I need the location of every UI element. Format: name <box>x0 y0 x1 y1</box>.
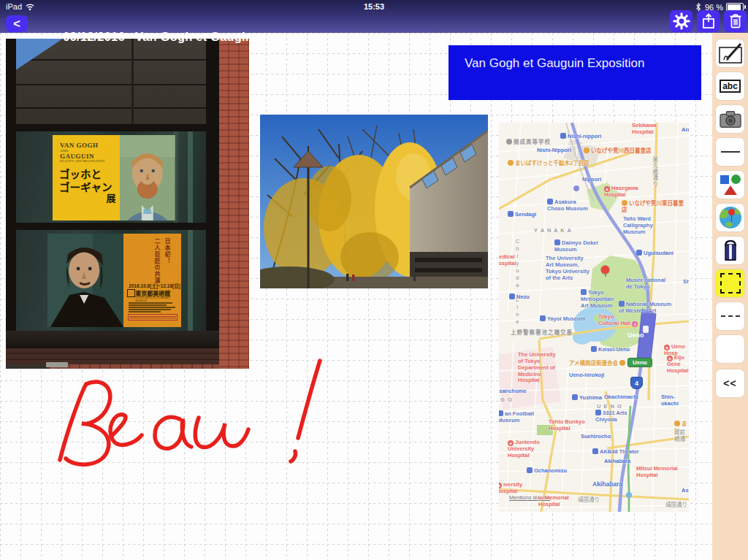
shapes-icon <box>720 174 741 195</box>
rail-map-icon <box>636 250 642 256</box>
poster-van-gogh: VAN GOGH AND GAUGUIN REALITY AND IMAGINA… <box>53 135 175 220</box>
map-label: Taito Ward Calligraphy Museum <box>623 216 653 236</box>
map-label: まいばすけっと千駄木3丁目店 <box>508 160 589 167</box>
mus-map-icon <box>595 410 601 415</box>
pen-icon <box>718 42 743 64</box>
map-label: Yushima <box>572 394 602 402</box>
photo-ginkgo-trees[interactable] <box>260 115 488 288</box>
delete-button[interactable] <box>724 10 747 32</box>
shop-map-icon <box>622 200 627 206</box>
map-label: 3331 Arts Chiyoda <box>595 410 627 423</box>
poster-gauguin: 日本初！ 二人巨匠の共演 2016.10.8[土]~12.18[日] 東京都美術… <box>47 234 181 327</box>
text-tool-button[interactable]: abc <box>715 72 745 101</box>
map-labels-layer: Nishi-nipporiSekikawa HospitalAra開成高等学校N… <box>499 123 689 512</box>
blank-tool-button[interactable] <box>715 334 745 364</box>
collapse-icon: << <box>723 377 736 389</box>
map-label: いなげや荒川東日暮里店 <box>622 200 689 214</box>
map-label: Ueno <box>627 331 644 340</box>
note-canvas[interactable]: Van Gogh et Gauguin Exposition VAN GOGH <box>0 33 712 560</box>
selection-rect-icon <box>720 273 741 294</box>
shapes-tool-button[interactable] <box>715 170 745 199</box>
rail-map-icon <box>527 467 533 473</box>
map-label: AKB48 Theater <box>592 448 639 456</box>
map-label: io Memorial Hospital <box>538 495 569 508</box>
line-tool-button[interactable] <box>715 137 745 166</box>
back-button[interactable]: < <box>6 15 28 32</box>
rail-map-icon <box>572 394 578 400</box>
map-label: Nishi-nippori <box>560 133 601 140</box>
map-label: As <box>682 488 689 494</box>
share-button[interactable] <box>697 10 720 32</box>
dashed-line-icon <box>721 315 740 317</box>
poster2-dates: 2016.10.8[土]~12.18[日] <box>129 282 180 289</box>
back-chevron-icon: < <box>13 17 20 31</box>
map-label: +Juntendo University Hospital <box>508 440 540 459</box>
mus-map-icon <box>540 315 546 321</box>
rail-map-icon <box>560 133 566 139</box>
settings-button[interactable] <box>670 10 692 32</box>
pen-tool-button[interactable] <box>715 39 745 68</box>
map-label: アメ横商店街連合会 <box>569 360 627 367</box>
map-label: Shi <box>683 279 689 285</box>
map-label: いなげや荒川西日暮里店 <box>584 147 652 155</box>
line-icon <box>721 151 740 153</box>
nav-bar: < 09/12/2016Van Gogh et Gaugin <box>0 13 748 33</box>
shop-map-icon <box>584 147 589 153</box>
map-label: Tohto Bunkyo Hospital <box>549 419 585 432</box>
map-label: The University Art Museum, Tokyo Univers… <box>546 256 589 281</box>
map-ueno[interactable]: Nishi-nipporiSekikawa HospitalAra開成高等学校N… <box>499 123 689 512</box>
route-4-shield: 4 <box>630 377 643 389</box>
map-label: National Museum of Western Art <box>619 301 671 315</box>
map-label: Okachimachi <box>604 394 638 401</box>
map-label: Shin-okachi <box>661 394 689 407</box>
map-label: +Eiju Gene Hospital <box>667 355 689 375</box>
gear-icon <box>673 12 690 30</box>
poster-title-en: VAN GOGH <box>60 142 120 149</box>
camera-tool-button[interactable] <box>715 104 745 134</box>
header: iPad 15:53 96 % < 09/12/2016V <box>0 0 748 33</box>
photo-exhibition-posters[interactable]: VAN GOGH AND GAUGUIN REALITY AND IMAGINA… <box>6 39 249 369</box>
rail-map-icon <box>591 346 597 352</box>
eraser-icon <box>720 239 741 262</box>
map-label: +Hasegawa Hospital <box>604 185 638 199</box>
map-label: Yayoi Museum <box>540 315 585 323</box>
dashed-line-tool-button[interactable] <box>715 302 745 331</box>
map-label: Nezu <box>509 294 530 301</box>
map-label: Suehirocho <box>581 434 611 440</box>
map-label: Y A N A K A <box>534 228 572 234</box>
brick-wall <box>219 39 249 369</box>
collapse-sidebar-button[interactable]: << <box>715 369 745 398</box>
map-label: Akihabara <box>604 459 630 465</box>
mus-map-icon <box>619 301 625 307</box>
map-label: Musée national de Tokyo <box>626 277 665 291</box>
mus-map-icon <box>592 448 598 454</box>
shop-map-icon <box>508 160 514 166</box>
rail-map-icon <box>508 211 514 217</box>
note-title-box[interactable]: Van Gogh et Gauguin Exposition <box>449 45 701 100</box>
trash-icon <box>727 12 744 30</box>
map-label: +iversity Hospital <box>499 482 522 495</box>
journal-app-window: iPad 15:53 96 % < 09/12/2016V <box>0 0 748 560</box>
handwriting-beau[interactable] <box>44 343 351 489</box>
map-pin-icon <box>601 266 609 274</box>
window-upper: VAN GOGH AND GAUGUIN REALITY AND IMAGINA… <box>16 131 206 223</box>
map-label: 尾久橋通り <box>651 156 657 188</box>
map-label: Tokyo Metropolitan Art Museum <box>581 289 614 310</box>
map-label: -sanchome <box>499 388 527 395</box>
map-label: The University of Tokyo Department of Me… <box>518 352 556 384</box>
map-label: Asakura Choso Museum <box>547 199 588 212</box>
map-label: 開成高等学校 <box>506 139 551 146</box>
map-label: Daimyo Dokei Museum <box>554 239 598 253</box>
globe-pin-icon <box>720 207 741 229</box>
eraser-tool-button[interactable] <box>715 236 745 265</box>
mus-map-icon <box>499 410 503 416</box>
select-tool-button[interactable] <box>715 269 745 298</box>
map-tool-button[interactable] <box>715 203 745 232</box>
map-label: Ueno-hirokoji <box>569 372 604 379</box>
gauguin-portrait <box>47 234 123 327</box>
mus-map-icon <box>547 199 553 204</box>
toolbar-sidebar: abc <box>712 33 748 560</box>
abc-icon: abc <box>720 80 741 93</box>
map-label: G O <box>500 397 513 404</box>
map-label: Tokyo Cultural Hall♪ <box>598 314 639 327</box>
